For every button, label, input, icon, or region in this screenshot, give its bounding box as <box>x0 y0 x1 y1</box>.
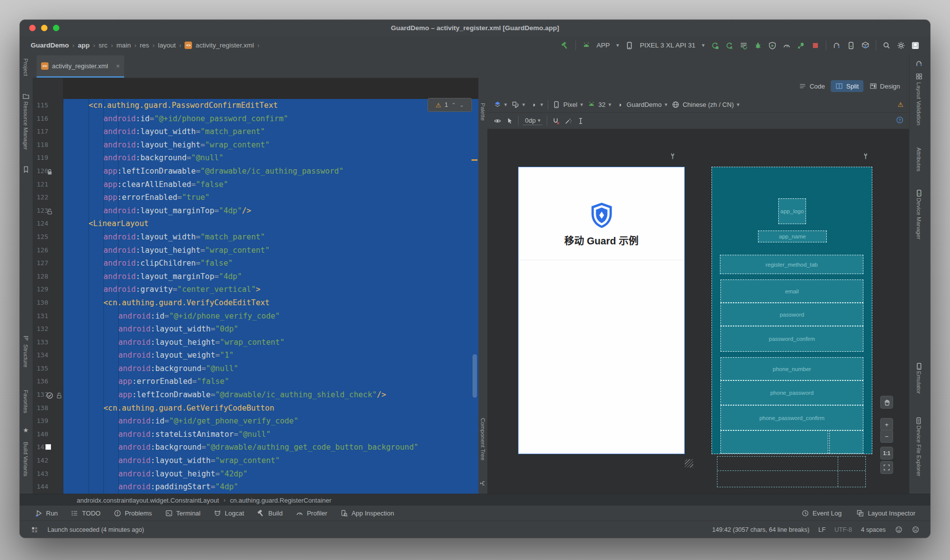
bookmark-icon[interactable] <box>22 165 30 173</box>
line-ending[interactable]: LF <box>818 526 826 533</box>
search-icon[interactable] <box>883 42 891 49</box>
blueprint-preview-phone[interactable]: app_logoapp_nameregister_method_tabemail… <box>712 167 872 454</box>
tool-window-switcher-icon[interactable] <box>31 526 39 534</box>
gradle-tool-icon[interactable] <box>915 59 923 67</box>
default-margins-select[interactable]: 0dp▾ <box>523 116 542 125</box>
orientation-select[interactable]: ▾ <box>512 101 525 109</box>
error-stripe-mark[interactable] <box>472 159 477 161</box>
surface-mode-select[interactable]: ▾ <box>493 101 507 109</box>
attach-debugger-icon[interactable] <box>797 42 805 49</box>
breadcrumb-item-file[interactable]: activity_register.xml <box>195 42 254 49</box>
infer-constraints-icon[interactable] <box>564 117 572 125</box>
folder-icon[interactable] <box>22 92 30 100</box>
tool-button-event-log[interactable]: Event Log <box>801 509 842 517</box>
breadcrumb-item[interactable]: main <box>116 42 131 49</box>
device-select-design[interactable]: Pixel▾ <box>553 101 583 109</box>
tool-button-app-inspection[interactable]: App Inspection <box>340 509 394 517</box>
profile-low-overhead-icon[interactable] <box>768 42 776 49</box>
favorites-star-icon[interactable]: ★ <box>22 425 30 433</box>
tool-button-project[interactable]: Project <box>23 58 29 76</box>
apply-code-changes-icon[interactable]: A <box>725 42 733 49</box>
breadcrumb-item[interactable]: res <box>140 42 149 49</box>
profiler-icon[interactable] <box>783 42 791 49</box>
breadcrumb-item[interactable]: app <box>78 42 90 49</box>
device-manager-icon[interactable] <box>847 42 855 49</box>
debug-icon[interactable] <box>754 42 762 49</box>
prev-warning-icon[interactable]: ⌃ <box>451 102 456 108</box>
inspection-widget[interactable]: ⚠ 1 ⌃ ⌄ <box>428 98 472 112</box>
settings-icon[interactable] <box>897 42 905 49</box>
tool-button-component-tree[interactable]: Component Tree <box>480 418 486 461</box>
emulator-icon[interactable] <box>915 362 923 370</box>
wrench-icon[interactable] <box>669 152 676 160</box>
tool-button-problems[interactable]: Problems <box>113 509 152 517</box>
tool-button-device-file-explorer[interactable]: Device File Explorer <box>916 425 922 476</box>
stop-icon[interactable] <box>811 42 819 49</box>
layout-validation-icon[interactable] <box>915 72 923 80</box>
zoom-out-button[interactable]: − <box>880 430 893 443</box>
caret-position[interactable]: 149:42 (3057 chars, 64 line breaks) <box>712 526 809 533</box>
design-canvas[interactable]: 移动 Guard 示例 app_logoapp_nameregister_met… <box>487 129 909 494</box>
close-tab-icon[interactable]: × <box>116 62 120 70</box>
breadcrumb-item[interactable]: GuardDemo <box>31 42 69 49</box>
editor-scrollbar[interactable] <box>473 354 477 398</box>
tool-button-profiler[interactable]: Profiler <box>295 509 327 517</box>
tab-activity-register-xml[interactable]: <> activity_register.xml × <box>37 55 124 76</box>
color-preview-swatch[interactable] <box>46 443 53 451</box>
file-encoding[interactable]: UTF-8 <box>835 526 852 533</box>
run-config-select-label[interactable]: APP <box>597 42 610 49</box>
view-mode-code[interactable]: Code <box>794 80 829 92</box>
feedback-smiley-icon[interactable] <box>895 526 902 534</box>
chevron-down-icon[interactable]: ▾ <box>702 42 705 48</box>
design-preview-phone[interactable]: 移动 Guard 示例 <box>518 167 685 454</box>
breadcrumb-item[interactable]: src <box>98 42 107 49</box>
tool-button-attributes[interactable]: Attributes <box>916 147 922 172</box>
feedback-frown-icon[interactable] <box>911 526 919 534</box>
xml-breadcrumb-item[interactable]: androidx.constraintlayout.widget.Constra… <box>77 497 219 504</box>
tool-button-logcat[interactable]: Logcat <box>213 509 244 517</box>
view-mode-design[interactable]: Design <box>865 80 904 92</box>
view-options-icon[interactable] <box>493 117 501 125</box>
blueprint-box[interactable] <box>829 430 863 454</box>
chevron-down-icon[interactable]: ▾ <box>617 42 619 48</box>
tool-button-build[interactable]: Build <box>257 509 283 517</box>
view-mode-split[interactable]: Split <box>831 80 863 92</box>
run-icon[interactable] <box>740 42 748 49</box>
breadcrumb-item[interactable]: layout <box>158 42 176 49</box>
tool-button-build-variants[interactable]: Build Variants <box>23 442 29 476</box>
pack-icon[interactable] <box>576 117 584 125</box>
device-icon[interactable] <box>625 42 633 49</box>
clear-constraints-icon[interactable] <box>552 117 560 125</box>
blueprint-box-password[interactable]: password <box>720 303 863 326</box>
tool-button-layout-inspector[interactable]: Layout Inspector <box>856 509 915 517</box>
blueprint-box-app_name[interactable]: app_name <box>758 231 827 242</box>
tool-button-resource-manager[interactable]: Resource Manager <box>23 101 29 150</box>
blueprint-box-password_confirm[interactable]: password_confirm <box>720 326 863 352</box>
tool-button-todo[interactable]: TODO <box>71 509 100 517</box>
indent-setting[interactable]: 4 spaces <box>861 526 886 533</box>
select-tool-icon[interactable] <box>506 117 514 125</box>
xml-breadcrumb-item[interactable]: cn.authing.guard.RegisterContainer <box>230 497 332 504</box>
tool-button-structure[interactable]: Structure <box>23 344 29 368</box>
structure-icon[interactable] <box>22 334 30 342</box>
device-file-explorer-icon[interactable] <box>915 417 923 424</box>
tool-button-run[interactable]: Run <box>35 509 58 517</box>
theme-select[interactable]: ◑GuardDemo▾ <box>616 101 667 109</box>
tool-button-favorites[interactable]: Favorites <box>23 390 29 413</box>
blueprint-box[interactable] <box>720 430 828 454</box>
night-mode-select[interactable]: ◑▾ <box>529 101 543 109</box>
blueprint-box-phone_password_confirm[interactable]: phone_password_confirm <box>720 405 863 430</box>
zoom-fit-button[interactable] <box>880 461 893 474</box>
help-icon[interactable]: ? <box>896 116 903 125</box>
android-head-icon[interactable] <box>582 42 590 49</box>
avatar[interactable] <box>911 42 919 49</box>
sdk-manager-icon[interactable] <box>861 42 869 49</box>
device-select-label[interactable]: PIXEL 3 XL API 31 <box>640 42 695 49</box>
blueprint-box-phone_password[interactable]: phone_password <box>720 380 863 405</box>
blueprint-box-app_logo[interactable]: app_logo <box>778 198 806 224</box>
zoom-ratio-button[interactable]: 1:1 <box>880 447 893 460</box>
gradle-sync-icon[interactable] <box>833 42 841 49</box>
tool-button-emulator[interactable]: Emulator <box>916 371 922 394</box>
blueprint-box-register_method_tab[interactable]: register_method_tab <box>720 255 863 274</box>
build-hammer-icon[interactable] <box>561 42 569 49</box>
